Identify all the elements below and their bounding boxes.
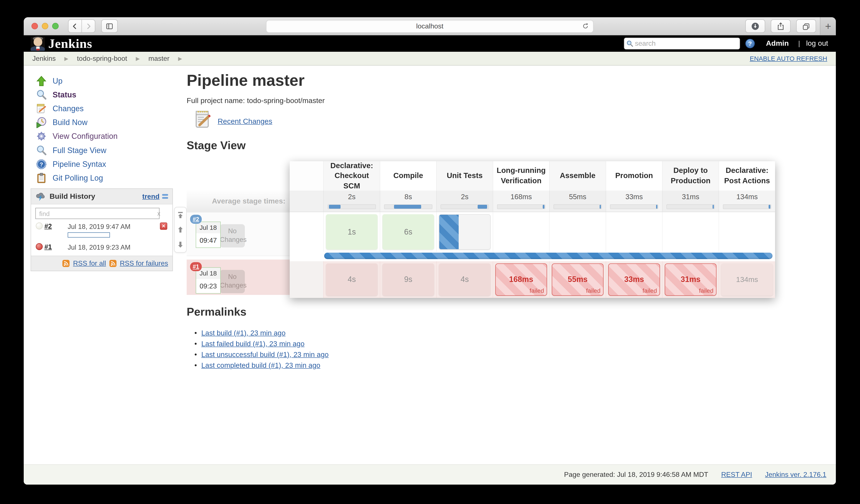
search-box[interactable] bbox=[624, 38, 740, 49]
logout-link[interactable]: log out bbox=[806, 39, 828, 48]
avg-time-cell: 2s bbox=[323, 190, 380, 212]
stage-cell-empty bbox=[549, 212, 606, 252]
trend-link[interactable]: trend bbox=[142, 192, 168, 200]
stage-cell-failed[interactable]: 55msfailed bbox=[552, 263, 603, 296]
permalink-last-failed[interactable]: Last failed build (#1), 23 min ago bbox=[201, 339, 329, 349]
downloads-button[interactable] bbox=[745, 19, 765, 33]
find-input[interactable] bbox=[35, 208, 159, 219]
stage-timeline-track bbox=[666, 204, 715, 209]
minimize-window-button[interactable] bbox=[42, 23, 48, 29]
gear-icon bbox=[36, 131, 47, 142]
breadcrumb-project[interactable]: todo-spring-boot bbox=[77, 55, 127, 62]
build-1-link[interactable]: #1 bbox=[44, 243, 52, 251]
reload-icon[interactable] bbox=[582, 23, 589, 30]
scroll-to-top-icon[interactable] bbox=[177, 211, 184, 219]
sidebar-item-pipeline-syntax[interactable]: ? Pipeline Syntax bbox=[36, 158, 106, 170]
stage-cell-failed-build[interactable]: 4s bbox=[439, 263, 490, 296]
page-content: Up Status Changes Build Now View Configu… bbox=[24, 66, 836, 464]
build-2-link[interactable]: #2 bbox=[44, 222, 52, 230]
sidebar-item-up[interactable]: Up bbox=[36, 75, 62, 87]
recent-changes-link[interactable]: Recent Changes bbox=[218, 117, 272, 126]
stage-cell-failed[interactable]: 168msfailed bbox=[495, 263, 547, 296]
scroll-down-icon[interactable] bbox=[177, 241, 184, 248]
browser-window: localhost + Jenkins ? Adm bbox=[24, 17, 836, 485]
stage-timeline-track bbox=[554, 204, 602, 209]
jenkins-header: Jenkins ? Admin | log out bbox=[24, 35, 836, 52]
stage-cell-failed[interactable]: 33msfailed bbox=[608, 263, 660, 296]
back-button[interactable] bbox=[68, 19, 82, 33]
screen: localhost + Jenkins ? Adm bbox=[0, 0, 860, 504]
sidebar-toggle-button[interactable] bbox=[101, 19, 118, 33]
stage-cell-running[interactable] bbox=[439, 214, 490, 250]
search-help-icon[interactable]: ? bbox=[745, 39, 755, 48]
magnifier-icon bbox=[36, 145, 47, 156]
stage-cell-skipped[interactable]: 134ms bbox=[721, 263, 773, 296]
zoom-window-button[interactable] bbox=[52, 23, 59, 29]
build-2-changes: No Changes bbox=[220, 224, 245, 247]
address-bar[interactable]: localhost bbox=[266, 20, 593, 33]
build-1-stage-row: 4s 9s 4s 168msfailed 55msfailed 33msfail… bbox=[290, 261, 775, 298]
abort-build-icon[interactable]: ✕ bbox=[160, 222, 167, 230]
breadcrumb-jenkins[interactable]: Jenkins bbox=[32, 55, 56, 62]
stage-header: Compile bbox=[380, 161, 436, 190]
stage-cell-failed[interactable]: 31msfailed bbox=[665, 263, 716, 296]
forward-button[interactable] bbox=[82, 19, 95, 33]
build-history-row-2[interactable]: #2 Jul 18, 2019 9:47 AM ✕ bbox=[31, 219, 172, 240]
stage-timeline-track bbox=[497, 204, 545, 209]
close-window-button[interactable] bbox=[31, 23, 38, 29]
sidebar-item-build-now[interactable]: Build Now bbox=[36, 116, 87, 129]
new-tab-button[interactable]: + bbox=[820, 17, 836, 35]
avg-time-cell: 2s bbox=[436, 190, 493, 212]
build-1-badge[interactable]: #1 bbox=[190, 262, 202, 271]
scroll-up-icon[interactable] bbox=[177, 226, 184, 233]
share-button[interactable] bbox=[771, 19, 791, 33]
build-history-row-1[interactable]: #1 Jul 18, 2019 9:23 AM bbox=[31, 240, 172, 254]
sidebar-item-changes[interactable]: Changes bbox=[36, 103, 84, 115]
build-running-progress-bar bbox=[324, 253, 773, 259]
search-input[interactable] bbox=[635, 40, 740, 47]
build-1-date-cell[interactable]: Jul 18 09:23 bbox=[196, 267, 221, 293]
build-history-title: Build History bbox=[49, 192, 95, 201]
rss-icon bbox=[109, 260, 117, 267]
chevron-right-icon: ▶ bbox=[136, 55, 140, 61]
sidebar-item-status[interactable]: Status bbox=[36, 89, 76, 101]
chevron-right-icon: ▶ bbox=[64, 55, 68, 61]
permalinks-list: Last build (#1), 23 min ago Last failed … bbox=[201, 328, 329, 371]
permalink-last-build[interactable]: Last build (#1), 23 min ago bbox=[201, 328, 329, 339]
enable-auto-refresh-link[interactable]: ENABLE AUTO REFRESH bbox=[750, 55, 827, 62]
jenkins-version-link[interactable]: Jenkins ver. 2.176.1 bbox=[765, 471, 826, 478]
sidebar-item-full-stage-view[interactable]: Full Stage View bbox=[36, 144, 106, 157]
user-link[interactable]: Admin bbox=[766, 39, 789, 48]
jenkins-logo[interactable] bbox=[31, 37, 45, 51]
sidebar-item-view-configuration[interactable]: View Configuration bbox=[36, 130, 118, 142]
build-2-date-cell[interactable]: Jul 18 09:47 bbox=[196, 221, 221, 248]
stage-header: Declarative: Post Actions bbox=[719, 161, 775, 190]
stage-header: Promotion bbox=[606, 161, 662, 190]
permalink-last-completed[interactable]: Last completed build (#1), 23 min ago bbox=[201, 360, 329, 371]
build-2-progress-bar[interactable] bbox=[68, 232, 110, 237]
stage-cell-success[interactable]: 6s bbox=[382, 214, 434, 250]
permalink-last-unsuccessful[interactable]: Last unsuccessful build (#1), 23 min ago bbox=[201, 349, 329, 360]
stage-cell-failed-build[interactable]: 4s bbox=[326, 263, 378, 296]
build-2-badge[interactable]: #2 bbox=[190, 215, 202, 224]
svg-text:?: ? bbox=[40, 161, 43, 168]
stage-header: Declarative: Checkout SCM bbox=[323, 161, 380, 190]
find-clear-icon[interactable]: x bbox=[157, 210, 160, 217]
build-history-header: Build History trend bbox=[31, 189, 172, 204]
stage-header: Deploy to Production bbox=[662, 161, 719, 190]
jenkins-brand[interactable]: Jenkins bbox=[48, 36, 92, 51]
breadcrumb: Jenkins ▶ todo-spring-boot ▶ master ▶ EN… bbox=[24, 52, 836, 66]
breadcrumb-branch[interactable]: master bbox=[148, 55, 169, 62]
show-tabs-button[interactable] bbox=[796, 19, 816, 33]
stage-cell-success[interactable]: 1s bbox=[326, 214, 378, 250]
rest-api-link[interactable]: REST API bbox=[721, 471, 752, 478]
build-1-changes: No Changes bbox=[220, 270, 245, 293]
chevron-right-icon: ▶ bbox=[178, 55, 182, 61]
stage-header: Assemble bbox=[549, 161, 606, 190]
sidebar-item-git-polling-log[interactable]: Git Polling Log bbox=[36, 172, 103, 184]
share-icon bbox=[776, 22, 785, 30]
rss-for-all-link[interactable]: RSS for all bbox=[73, 260, 106, 267]
stage-cell-failed-build[interactable]: 9s bbox=[382, 263, 434, 296]
failed-label: failed bbox=[586, 287, 601, 294]
rss-for-failures-link[interactable]: RSS for failures bbox=[120, 260, 168, 267]
